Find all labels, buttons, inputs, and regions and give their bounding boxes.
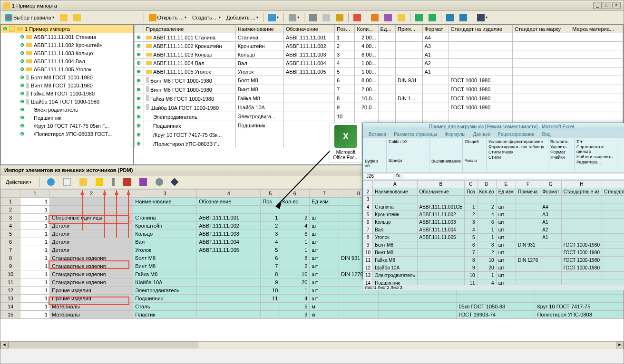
tree-root[interactable]: ⊕ ⊖ 1 Пример импорта [1,25,133,33]
tree-item[interactable]: ⊕Подшипник [1,114,133,122]
excel-row[interactable]: 8УголокАБВГ.111.11.00551штA1 [363,234,624,241]
tree-item[interactable]: ⊕/Полистирол УПС-0803З ГОСТ... [1,130,133,138]
grid-row[interactable]: ⊕ АБВГ.111.11.003 КольцоКольцоАБВГ.111.1… [135,50,623,59]
column-header[interactable]: Обозначение [283,25,334,33]
ss-col-header[interactable] [1,190,20,198]
column-header[interactable]: Стандарт на изделие [448,25,512,33]
grid-row[interactable]: ⊕ Шайба 10А ГОСТ 1000-1980Шайба 10А920,0… [135,103,623,112]
excel-row[interactable]: 6КольцоАБВГ.111.11.00336штA1 [363,219,624,226]
tree-icon-btn[interactable] [58,12,70,23]
scroll-right-button[interactable]: ► [616,342,624,349]
sort-asc-button[interactable] [444,12,456,23]
folder-button[interactable] [395,12,408,23]
horizontal-scrollbar[interactable]: ◄ ► [0,341,624,349]
actions-dropdown[interactable]: Действия▾ [3,178,34,186]
excel-col-header[interactable]: D [477,181,496,188]
excel-col-header[interactable]: I [602,181,624,188]
close-button[interactable]: × [612,2,621,9]
create-button[interactable]: Создать ...▾ [190,13,223,22]
column-header[interactable]: Коли... [355,25,378,33]
excel-tab[interactable]: Вид [538,131,555,138]
excel-col-header[interactable]: A [373,181,417,188]
column-header[interactable]: Прим... [396,25,422,33]
material-button[interactable] [169,178,180,186]
excel-row[interactable]: 4СтанинаАБВГ.111.11.001СБ12штA4 [363,203,624,211]
open-button[interactable]: Открыть ...▾ [146,12,189,23]
tree-item[interactable]: ⊕АБВГ.111.11.004 Вал [1,57,133,65]
excel-tab[interactable]: Формулы [441,131,469,138]
refresh-button[interactable] [426,12,439,23]
excel-row[interactable]: 13Электродвигатель101шт [363,272,624,279]
column-header[interactable]: Ед... [378,25,396,33]
grid-row[interactable]: ⊕ ЭлектродвигательЭлектродвига...10 [135,112,623,121]
grid-row[interactable]: ⊕ Болт М8 ГОСТ 1000-1980Болт М868,00...D… [135,76,623,85]
tree-item[interactable]: ⊕АБВГ.111.11.005 Уголок [1,65,133,73]
column-header[interactable]: Формат [422,25,448,33]
brush-button[interactable] [137,177,149,187]
copy-button[interactable] [320,12,332,23]
undo-button[interactable]: ▾ [286,12,302,23]
find-button[interactable] [382,12,394,23]
ss-col-header[interactable]: 5 [261,190,280,198]
tree-item[interactable]: ⊕/Круг 10 ГОСТ 7417-75 05кп Г... [1,122,133,130]
add-button[interactable]: Добавить ...▾ [224,13,261,22]
excel-tab[interactable]: Рецензирование [494,131,538,138]
excel-row[interactable]: 14Подшипник114шт [363,279,624,285]
home-button[interactable] [413,12,425,23]
excel-row[interactable]: 11Гайка М8810штDIN 1276ГОСТ 1000-1980 [363,257,624,264]
help-button[interactable] [45,177,57,187]
rule-select-dropdown[interactable]: Выбор правила ▾ [2,12,57,23]
column-header[interactable]: Наименование [235,25,283,33]
excel-sheet-tabs[interactable]: Лист1 Лист2 Лист3 [363,285,624,290]
delete-button[interactable] [351,12,363,23]
ss-col-header[interactable]: 7 [310,190,339,198]
grid-row[interactable]: ⊕ Винт М8 ГОСТ 1000-1980Винт М872,00...Г… [135,85,623,94]
excel-col-header[interactable]: F [516,181,540,188]
excel-formula-bar[interactable]: J26 fx [363,172,624,180]
save-button[interactable]: ▾ [266,12,281,23]
part-icon-button[interactable] [93,177,106,187]
scroll-thumb[interactable] [8,342,198,348]
pen-button[interactable]: ▾ [475,12,490,23]
minimize-button[interactable]: _ [593,2,602,9]
tree-item[interactable]: ⊕Шайба 10А ГОСТ 1000-1980 [1,97,133,105]
tree-item[interactable]: ⊕АБВГ.111.11.001 Станина [1,33,133,41]
excel-row[interactable]: 10Винт М872штГОСТ 1000-1980 [363,249,624,257]
excel-col-header[interactable] [363,181,373,188]
page-button[interactable] [61,177,73,187]
ss-col-header[interactable]: 2 [50,190,133,198]
excel-col-header[interactable]: C [465,181,477,188]
excel-tab[interactable]: Вставка [365,131,390,138]
scroll-left-button[interactable]: ◄ [0,342,8,349]
excel-col-header[interactable]: E [496,181,516,188]
ss-col-header[interactable]: 1 [20,190,50,198]
fx-icon[interactable]: fx [393,173,403,179]
sort-desc-button[interactable] [457,12,469,23]
grid-row[interactable]: ⊕ АБВГ.111.11.001 СтанинаСтанинаАБВГ.111… [135,33,623,42]
column-header[interactable]: Представление [144,25,236,33]
excel-cell-ref[interactable]: J26 [365,173,393,179]
tree-panel[interactable]: ⊕ ⊖ 1 Пример импорта ⊕АБВГ.111.11.001 Ст… [0,24,134,165]
tree-item[interactable]: ⊕Винт М8 ГОСТ 1000-1980 [1,81,133,89]
ss-col-header[interactable]: 4 [197,190,261,198]
ss-row[interactable]: 131Прочие изделияПодшипник114шт [1,295,624,303]
excel-col-header[interactable]: B [417,181,465,188]
grid-row[interactable]: ⊕ Гайка М8 ГОСТ 1000-1980Гайка М8810,0..… [135,94,623,103]
excel-col-header[interactable]: G [540,181,562,188]
user-button[interactable] [369,12,381,23]
standard-icon-button[interactable] [109,177,117,187]
tree-item[interactable]: ⊕Электродвигатель [1,105,133,114]
other-icon-button[interactable] [121,177,133,187]
tree-item[interactable]: ⊕АБВГ.111.11.002 Кронштейн [1,41,133,49]
excel-file-icon[interactable]: X Microsoft Office Exc... [330,123,362,163]
tree-item[interactable]: ⊕Болт М8 ГОСТ 1000-1980 [1,73,133,81]
excel-col-header[interactable]: H [561,181,602,188]
excel-row[interactable]: 7ВалАБВГ.111.11.00441штA2 [363,226,624,234]
excel-row[interactable]: 9Болт М868штDIN 931ГОСТ 1000-1980 [363,241,624,249]
column-header[interactable]: Поз... [334,25,354,33]
ss-row[interactable]: 141МатериалыСталь5м05кп ГОСТ 1050-88Круг… [1,303,624,311]
excel-row[interactable]: 5КронштейнАБВГ.111.11.00224штA3 [363,211,624,219]
excel-grid[interactable]: ABCDEFGHIJ2НаименованиеОбозначениеПозКол… [363,180,624,285]
ss-row[interactable]: 151МатериалыПластик3кгГОСТ 19903-74Полис… [1,311,624,319]
grid-row[interactable]: ⊕ АБВГ.111.11.004 ВалВалАБВГ.111.11.0044… [135,59,623,67]
